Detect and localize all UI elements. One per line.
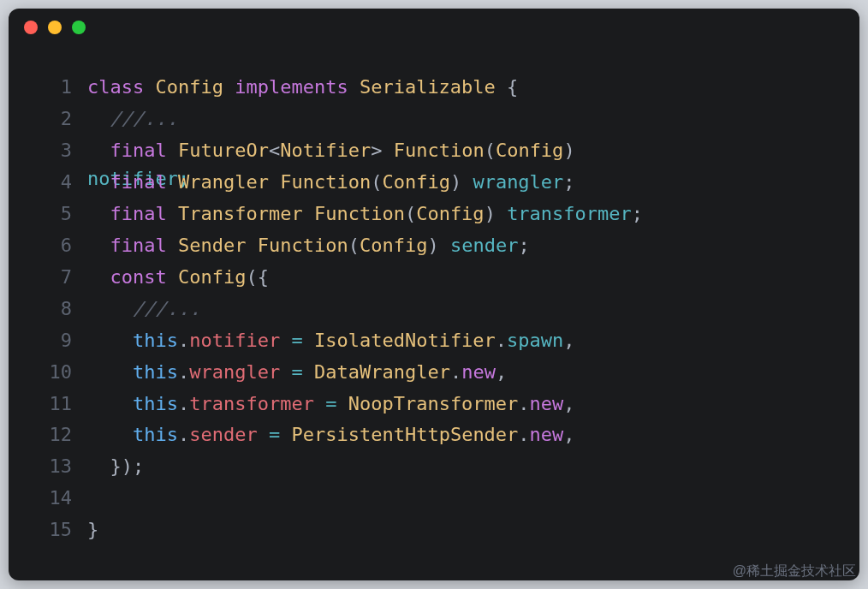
code-content[interactable]: final Sender Function(Config) sender; <box>87 230 834 262</box>
line-number: 1 <box>9 72 87 104</box>
code-line[interactable]: 8 ///... <box>9 294 834 325</box>
zoom-icon[interactable] <box>72 21 86 34</box>
token: Config <box>496 140 563 161</box>
code-content[interactable]: final Wrangler Function(Config) wrangler… <box>87 167 834 199</box>
token: Wrangler Function <box>178 171 371 193</box>
token: Config <box>360 235 427 256</box>
code-line[interactable]: 11 this.transformer = NoopTransformer.ne… <box>9 389 834 420</box>
code-content[interactable]: final Transformer Function(Config) trans… <box>87 199 834 230</box>
titlebar <box>9 9 859 46</box>
token <box>280 330 291 351</box>
code-content[interactable]: } <box>87 515 834 546</box>
code-line[interactable]: 13 }); <box>9 451 834 483</box>
line-number: 11 <box>9 389 87 420</box>
token: ( <box>485 140 496 161</box>
token <box>87 330 133 351</box>
token: ) <box>427 235 450 256</box>
token: , <box>563 424 574 445</box>
code-content[interactable]: ///... <box>87 104 834 135</box>
code-content[interactable]: this.notifier = IsolatedNotifier.spawn, <box>87 325 834 357</box>
token: wrangler <box>189 361 280 383</box>
token <box>258 424 269 445</box>
token: final <box>110 235 178 256</box>
token: this <box>133 361 178 383</box>
token: new <box>461 361 496 383</box>
token: } <box>87 519 98 540</box>
code-content[interactable]: ///... <box>87 294 834 325</box>
token: NoopTransformer <box>348 393 519 414</box>
token <box>87 235 110 256</box>
token <box>314 393 325 414</box>
token <box>87 266 110 288</box>
close-icon[interactable] <box>24 21 38 34</box>
token: notifier <box>189 330 280 351</box>
code-line[interactable]: 3 final FutureOr<Notifier> Function(Conf… <box>9 135 834 167</box>
token: { <box>507 76 518 98</box>
token: sender <box>189 424 257 445</box>
code-content[interactable]: final FutureOr<Notifier> Function(Config… <box>87 135 834 167</box>
line-number: 8 <box>9 294 87 325</box>
code-line[interactable]: 4 final Wrangler Function(Config) wrangl… <box>9 167 834 199</box>
line-number: 6 <box>9 230 87 262</box>
token: spawn <box>507 330 563 351</box>
code-line[interactable]: 10 this.wrangler = DataWrangler.new, <box>9 357 834 389</box>
code-content[interactable]: }); <box>87 451 834 483</box>
token: Config <box>416 203 484 224</box>
code-content[interactable]: this.transformer = NoopTransformer.new, <box>87 389 834 420</box>
token: transformer <box>189 393 314 414</box>
token: . <box>178 393 189 414</box>
token: this <box>133 330 178 351</box>
code-line[interactable]: 9 this.notifier = IsolatedNotifier.spawn… <box>9 325 834 357</box>
code-line[interactable]: 5 final Transformer Function(Config) tra… <box>9 199 834 230</box>
code-line[interactable]: 15} <box>9 515 834 546</box>
code-content[interactable] <box>87 483 834 515</box>
token: ///... <box>110 108 178 129</box>
token <box>336 393 348 414</box>
token: Config <box>178 266 246 288</box>
token: Transformer Function <box>178 203 405 224</box>
token: . <box>496 330 507 351</box>
token: Serializable <box>360 76 507 98</box>
token <box>280 361 291 383</box>
code-content[interactable]: const Config({ <box>87 262 834 294</box>
token: , <box>496 361 507 383</box>
code-line[interactable]: 1class Config implements Serializable { <box>9 72 834 104</box>
token: . <box>518 393 529 414</box>
code-content[interactable]: class Config implements Serializable { <box>87 72 834 104</box>
token: PersistentHttpSender <box>291 424 518 445</box>
line-number: 12 <box>9 419 87 451</box>
token: final <box>110 171 178 193</box>
token: = <box>269 424 280 445</box>
token: class <box>87 76 155 98</box>
token: ; <box>518 235 529 256</box>
token: , <box>563 330 574 351</box>
token <box>280 424 291 445</box>
token <box>87 171 110 193</box>
minimize-icon[interactable] <box>48 21 62 34</box>
line-number: 5 <box>9 199 87 230</box>
token: IsolatedNotifier <box>314 330 496 351</box>
token: ({ <box>246 266 269 288</box>
code-editor[interactable]: 1class Config implements Serializable {2… <box>9 46 859 580</box>
token <box>87 393 133 414</box>
token: sender <box>450 235 518 256</box>
token: . <box>178 424 189 445</box>
token: = <box>325 393 336 414</box>
token: ) <box>450 171 473 193</box>
code-line[interactable]: 14 <box>9 483 834 515</box>
token: this <box>133 424 178 445</box>
token: this <box>133 393 178 414</box>
code-content[interactable]: this.wrangler = DataWrangler.new, <box>87 357 834 389</box>
line-number: 4 <box>9 167 87 199</box>
line-number: 14 <box>9 483 87 515</box>
code-line[interactable]: 2 ///... <box>9 104 834 135</box>
token: final <box>110 203 178 224</box>
token <box>303 361 314 383</box>
token: new <box>530 393 564 414</box>
code-line[interactable]: 7 const Config({ <box>9 262 834 294</box>
token: > <box>371 140 394 161</box>
token: DataWrangler <box>314 361 450 383</box>
code-line[interactable]: 12 this.sender = PersistentHttpSender.ne… <box>9 419 834 451</box>
code-content[interactable]: this.sender = PersistentHttpSender.new, <box>87 419 834 451</box>
code-line[interactable]: 6 final Sender Function(Config) sender; <box>9 230 834 262</box>
